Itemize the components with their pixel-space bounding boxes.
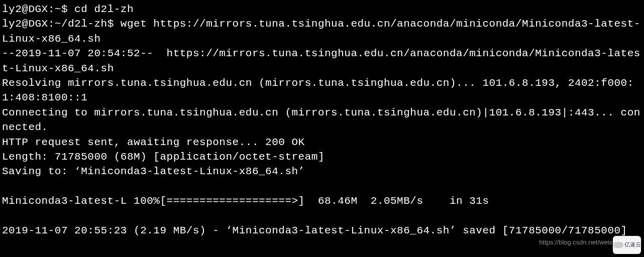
wget-saving-line: Saving to: ‘Miniconda3-latest-Linux-x86_… <box>2 166 305 177</box>
prompt-line-2: ly2@DGX:~/d2l-zh$ wget https://mirrors.t… <box>2 18 640 44</box>
wget-connecting-line: Connecting to mirrors.tuna.tsinghua.edu.… <box>2 107 640 133</box>
prompt-line-1: ly2@DGX:~$ cd d2l-zh <box>2 4 134 15</box>
wget-timestamp-line: --2019-11-07 20:54:52-- https://mirrors.… <box>2 48 640 74</box>
wget-http-status-line: HTTP request sent, awaiting response... … <box>2 137 305 148</box>
badge-text: 亿速云 <box>624 241 641 248</box>
wget-resolving-line: Resolving mirrors.tuna.tsinghua.edu.cn (… <box>2 77 634 103</box>
wget-length-line: Length: 71785000 (68M) [application/octe… <box>2 151 325 163</box>
watermark-text: https://blog.csdn.net/weixi <box>539 238 614 247</box>
cloud-icon <box>613 242 623 248</box>
wget-progress-line: Miniconda3-latest-L 100%[===============… <box>2 195 489 207</box>
logo-badge: 亿速云 <box>613 236 641 254</box>
terminal-output[interactable]: ly2@DGX:~$ cd d2l-zh ly2@DGX:~/d2l-zh$ w… <box>2 2 642 238</box>
wget-saved-line: 2019-11-07 20:55:23 (2.19 MB/s) - ‘Minic… <box>2 225 627 236</box>
